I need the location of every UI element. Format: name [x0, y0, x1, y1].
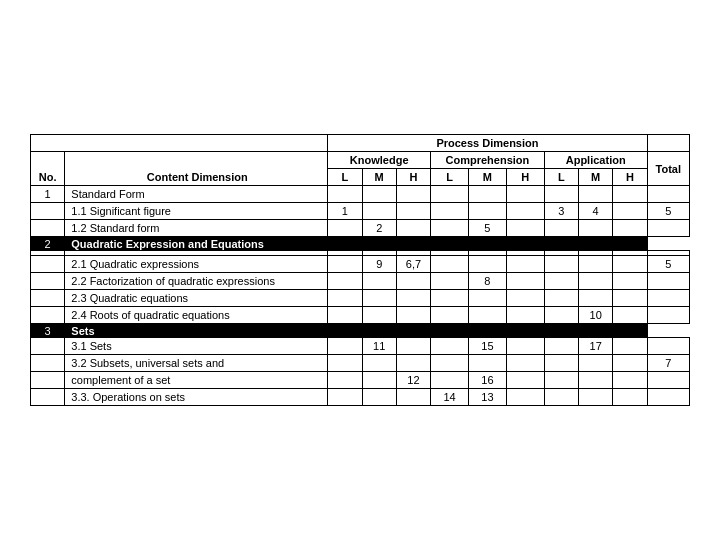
- knowledge-header: Knowledge: [328, 152, 431, 169]
- table-row: 3Sets: [31, 324, 690, 338]
- al-header: L: [544, 169, 578, 186]
- process-dimension-super-header: Process Dimension: [328, 135, 647, 152]
- ch-header: H: [506, 169, 544, 186]
- table-row: 3.1 Sets111517: [31, 338, 690, 355]
- table-row: 1.2 Standard form25: [31, 220, 690, 237]
- table-row: 2.3 Quadratic equations: [31, 290, 690, 307]
- table-row: 2.4 Roots of quadratic equations10: [31, 307, 690, 324]
- table-row: 1Standard Form: [31, 186, 690, 203]
- kl-header: L: [328, 169, 362, 186]
- ah-header: H: [613, 169, 647, 186]
- main-container: Process Dimension No. Content Dimension …: [10, 114, 710, 426]
- total-header: Total: [647, 152, 689, 186]
- application-header: Application: [544, 152, 647, 169]
- table-row: complement of a set1216: [31, 372, 690, 389]
- content-dimension-header: Content Dimension: [65, 152, 328, 186]
- table-row: 1.1 Significant figure1345: [31, 203, 690, 220]
- table-row: 2.2 Factorization of quadratic expressio…: [31, 273, 690, 290]
- am-header: M: [579, 169, 613, 186]
- process-dimension-row: No. Content Dimension Knowledge Comprehe…: [31, 152, 690, 169]
- cm-header: M: [469, 169, 507, 186]
- table-row: 3.3. Operations on sets1413: [31, 389, 690, 406]
- table-row: 3.2 Subsets, universal sets and7: [31, 355, 690, 372]
- km-header: M: [362, 169, 396, 186]
- cl-header: L: [431, 169, 469, 186]
- kh-header: H: [396, 169, 430, 186]
- comprehension-header: Comprehension: [431, 152, 545, 169]
- table-row: 2Quadratic Expression and Equations: [31, 237, 690, 251]
- content-table: Process Dimension No. Content Dimension …: [30, 134, 690, 406]
- table-row: 2.1 Quadratic expressions96,75: [31, 256, 690, 273]
- no-header: No.: [31, 152, 65, 186]
